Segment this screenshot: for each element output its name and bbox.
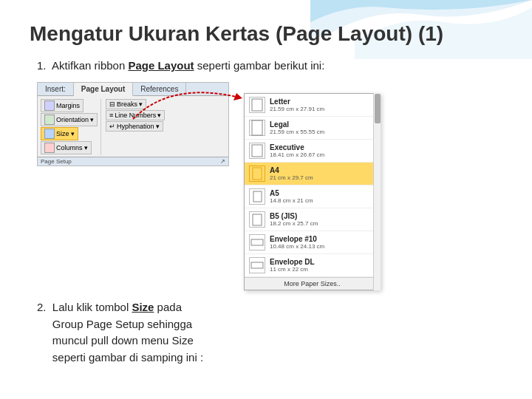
ribbon-btn-columns[interactable]: Columns ▾ (41, 141, 92, 154)
svg-rect-7 (251, 239, 263, 245)
env10-icon (249, 234, 265, 250)
legal-text: Legal 21.59 cm x 55.55 cm (270, 120, 324, 135)
size-icon (44, 129, 55, 139)
ribbon-btn-orientation[interactable]: Orientation ▾ (41, 113, 98, 126)
letter-icon (249, 97, 265, 113)
ribbon-group-left: Margins Orientation ▾ (41, 99, 101, 155)
content-area: Mengatur Ukuran Kertas (Page Layout) (1)… (0, 0, 532, 381)
ribbon-group-right: ⊟ Breaks ▾ ≡ Line Numbers ▾ (106, 99, 168, 155)
ribbon-mockup: Insert: Page Layout References (37, 82, 229, 166)
step2: 2. Lalu klik tombol Size pada Group Page… (37, 299, 259, 366)
dropdown-item-letter[interactable]: Letter 21.59 cm x 27.91 cm (245, 94, 380, 117)
dropdown-item-legal[interactable]: Legal 21.59 cm x 55.55 cm (245, 117, 380, 140)
svg-rect-2 (252, 120, 262, 135)
ribbon-footer[interactable]: Page Setup ↗ (38, 157, 228, 166)
svg-rect-8 (251, 262, 263, 268)
breaks-icon: ⊟ (109, 100, 115, 108)
ribbon-section-wrapper: Insert: Page Layout References (30, 82, 229, 166)
orientation-label: Orientation (56, 116, 89, 123)
step2-prefix: Lalu klik tombol (52, 301, 132, 313)
executive-icon (249, 143, 265, 159)
line-numbers-icon: ≡ (109, 112, 113, 119)
expand-icon: ↗ (220, 158, 225, 165)
dropdown-wrapper: Letter 21.59 cm x 27.91 cm Legal 21.59 c… (244, 93, 381, 290)
size-label: Size (56, 130, 69, 137)
dropdown-mockup: Letter 21.59 cm x 27.91 cm Legal 21.59 c… (244, 93, 381, 290)
scrollbar-thumb (375, 94, 381, 123)
dropdown-item-env10[interactable]: Envelope #10 10.48 cm x 24.13 cm (245, 231, 380, 254)
columns-label: Columns (56, 144, 83, 151)
ribbon-row-orientation: Orientation ▾ (41, 113, 98, 126)
step1-text: 1. Aktifkan ribbon Page Layout seperti g… (37, 59, 502, 72)
step1-prefix: Aktifkan ribbon (52, 59, 128, 72)
ribbon-row-size: Size ▾ (41, 127, 78, 140)
legal-icon (249, 120, 265, 136)
dropdown-item-envdl[interactable]: Envelope DL 11 cm x 22 cm (245, 254, 380, 277)
more-label: More Paper Sizes.. (284, 280, 341, 287)
ribbon-tab-insert[interactable]: Insert: (38, 83, 74, 95)
ribbon-btn-size[interactable]: Size ▾ (41, 127, 78, 140)
ribbon-row-line-numbers: ≡ Line Numbers ▾ (106, 110, 165, 120)
envdl-text: Envelope DL 11 cm x 22 cm (270, 258, 315, 273)
middle-section: Insert: Page Layout References (30, 82, 502, 290)
line-numbers-label: Line Numbers (115, 112, 156, 119)
margins-icon (44, 100, 55, 111)
step1-bold: Page Layout (128, 59, 194, 72)
scrollbar[interactable] (373, 93, 381, 290)
ribbon-row-margins: Margins (41, 99, 83, 112)
a5-icon (249, 188, 265, 205)
hyphenation-icon: ↵ (109, 123, 115, 130)
svg-rect-4 (253, 168, 262, 180)
page-setup-label: Page Setup (41, 158, 72, 165)
ribbon-body: Margins Orientation ▾ (38, 96, 228, 157)
envdl-icon (249, 257, 265, 273)
ribbon-btn-margins[interactable]: Margins (41, 99, 83, 112)
env10-text: Envelope #10 10.48 cm x 24.13 cm (270, 235, 324, 250)
ribbon-row-columns: Columns ▾ (41, 141, 92, 154)
b5-icon (249, 211, 265, 228)
svg-marker-0 (233, 93, 242, 100)
ribbon-tab-references[interactable]: References (133, 83, 186, 95)
a4-text: A4 21 cm x 29.7 cm (270, 166, 313, 181)
dropdown-item-b5[interactable]: B5 (JIS) 18.2 cm x 25.7 cm (245, 208, 380, 231)
columns-icon (44, 143, 55, 153)
a5-text: A5 14.8 cm x 21 cm (270, 189, 313, 204)
svg-rect-1 (252, 99, 262, 111)
page-title: Mengatur Ukuran Kertas (Page Layout) (1) (30, 22, 502, 46)
b5-text: B5 (JIS) 18.2 cm x 25.7 cm (270, 212, 318, 227)
ribbon-row-breaks: ⊟ Breaks ▾ (106, 99, 146, 109)
svg-rect-5 (253, 191, 262, 202)
ribbon-tabs: Insert: Page Layout References (38, 83, 228, 96)
hyphenation-label: Hyphenation (117, 123, 154, 130)
svg-rect-3 (252, 145, 262, 157)
ribbon-row-hyphenation: ↵ Hyphenation ▾ (106, 121, 163, 132)
dropdown-item-a5[interactable]: A5 14.8 cm x 21 cm (245, 185, 380, 208)
ribbon-btn-breaks[interactable]: ⊟ Breaks ▾ (106, 99, 146, 109)
dropdown-item-executive[interactable]: Executive 18.41 cm x 26.67 cm (245, 140, 380, 163)
executive-text: Executive 18.41 cm x 26.67 cm (270, 143, 324, 158)
dropdown-item-a4[interactable]: A4 21 cm x 29.7 cm (245, 163, 380, 185)
ribbon-tab-page-layout[interactable]: Page Layout (74, 83, 133, 96)
a4-icon (249, 166, 265, 182)
step1-suffix: seperti gambar berikut ini: (194, 59, 325, 72)
svg-rect-6 (253, 214, 262, 225)
dropdown-items-list: Letter 21.59 cm x 27.91 cm Legal 21.59 c… (245, 94, 380, 277)
orientation-icon (44, 115, 55, 125)
breaks-label: Breaks (117, 100, 137, 108)
step2-bold: Size (132, 301, 154, 313)
ribbon-btn-line-numbers[interactable]: ≡ Line Numbers ▾ (106, 110, 165, 120)
dropdown-more[interactable]: More Paper Sizes.. (245, 277, 380, 290)
margins-label: Margins (56, 102, 80, 109)
ribbon-btn-hyphenation[interactable]: ↵ Hyphenation ▾ (106, 121, 163, 132)
letter-text: Letter 21.59 cm x 27.91 cm (270, 98, 324, 112)
